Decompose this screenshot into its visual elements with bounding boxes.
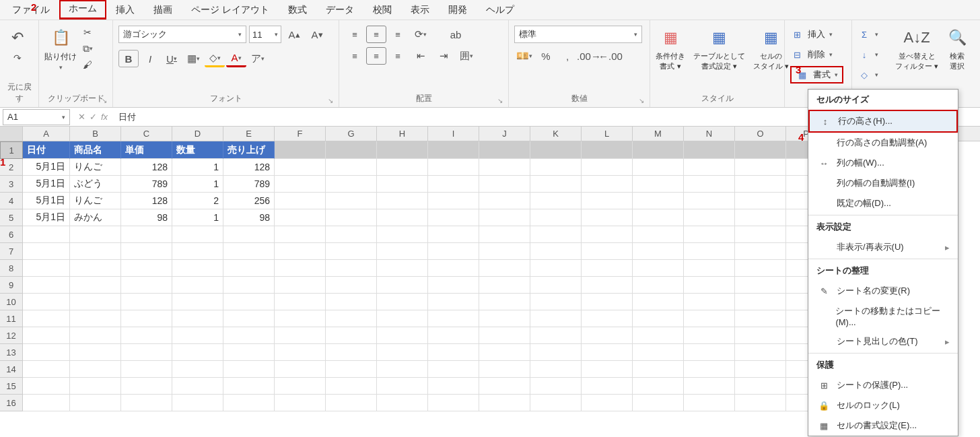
cell-I14[interactable] <box>428 361 479 378</box>
cell-C4[interactable]: 128 <box>121 193 172 209</box>
borders-button[interactable]: ▦ ▾ <box>183 50 203 67</box>
cell-G4[interactable] <box>326 193 377 209</box>
cell-J6[interactable] <box>479 226 530 243</box>
cell-H2[interactable] <box>377 159 428 176</box>
cell-J15[interactable] <box>479 378 530 395</box>
cell-A8[interactable] <box>23 260 70 277</box>
cell-A16[interactable] <box>23 395 70 411</box>
cell-L15[interactable] <box>582 378 633 395</box>
cell-I6[interactable] <box>428 226 479 243</box>
row-header-9[interactable]: 9 <box>0 277 23 294</box>
fill-color-button[interactable]: ◇ ▾ <box>205 50 225 67</box>
increase-indent-icon[interactable]: ⇥ <box>433 47 454 65</box>
menu-開発[interactable]: 開発 <box>439 1 477 19</box>
cell-N4[interactable] <box>684 193 735 209</box>
cell-J7[interactable] <box>479 243 530 260</box>
cell-J4[interactable] <box>479 193 530 209</box>
cell-J1[interactable] <box>479 141 530 159</box>
cell-N8[interactable] <box>684 260 735 277</box>
col-header-D[interactable]: D <box>172 127 223 141</box>
cell-K16[interactable] <box>530 395 582 411</box>
cell-D15[interactable] <box>172 378 223 395</box>
cell-M6[interactable] <box>633 226 684 243</box>
cell-M15[interactable] <box>633 378 684 395</box>
cell-L12[interactable] <box>582 327 633 344</box>
cell-K4[interactable] <box>530 193 582 209</box>
align-left-icon[interactable]: ≡ <box>345 47 365 65</box>
cell-M4[interactable] <box>633 193 684 209</box>
cell-K10[interactable] <box>530 294 582 310</box>
cell-K8[interactable] <box>530 260 582 277</box>
cell-I7[interactable] <box>428 243 479 260</box>
cell-M14[interactable] <box>633 361 684 378</box>
cell-E4[interactable]: 256 <box>223 193 275 209</box>
cell-M8[interactable] <box>633 260 684 277</box>
cell-K7[interactable] <box>530 243 582 260</box>
cell-O4[interactable] <box>735 193 786 209</box>
cell-N15[interactable] <box>684 378 735 395</box>
cell-K11[interactable] <box>530 310 582 327</box>
cell-G15[interactable] <box>326 378 377 395</box>
cell-H3[interactable] <box>377 176 428 193</box>
cell-G1[interactable] <box>326 141 377 159</box>
cell-L4[interactable] <box>582 193 633 209</box>
row-header-11[interactable]: 11 <box>0 310 23 327</box>
cell-C2[interactable]: 128 <box>121 159 172 176</box>
cell-styles-button[interactable]: ▦セルの スタイル ▾ <box>753 26 789 71</box>
cell-A3[interactable]: 5月1日 <box>23 176 70 193</box>
cell-B4[interactable]: りんご <box>70 193 121 209</box>
cell-L11[interactable] <box>582 310 633 327</box>
cell-C3[interactable]: 789 <box>121 176 172 193</box>
cell-M11[interactable] <box>633 310 684 327</box>
cell-D6[interactable] <box>172 226 223 243</box>
cell-D1[interactable]: 数量 <box>172 141 223 159</box>
cell-F11[interactable] <box>275 310 326 327</box>
delete-cells-button[interactable]: ⊟削除 ▾ <box>790 46 843 63</box>
cell-O11[interactable] <box>735 310 786 327</box>
cell-F9[interactable] <box>275 277 326 294</box>
clipboard-launcher[interactable]: ↘ <box>102 97 107 104</box>
dd-item[interactable]: 行の高さの自動調整(A) <box>808 133 958 153</box>
cell-K14[interactable] <box>530 361 582 378</box>
cell-O8[interactable] <box>735 260 786 277</box>
decrease-font-icon[interactable]: A▾ <box>307 26 327 43</box>
cell-D10[interactable] <box>172 294 223 310</box>
cell-K13[interactable] <box>530 344 582 361</box>
select-all-corner[interactable] <box>0 127 23 141</box>
cell-A10[interactable] <box>23 294 70 310</box>
cell-N12[interactable] <box>684 327 735 344</box>
cell-F15[interactable] <box>275 378 326 395</box>
col-header-O[interactable]: O <box>735 127 786 141</box>
fill-button[interactable]: ↓▾ <box>858 46 878 63</box>
cell-J12[interactable] <box>479 327 530 344</box>
cell-L2[interactable] <box>582 159 633 176</box>
cell-H16[interactable] <box>377 395 428 411</box>
row-header-4[interactable]: 4 <box>0 193 23 209</box>
cell-H7[interactable] <box>377 243 428 260</box>
cell-I4[interactable] <box>428 193 479 209</box>
cell-F1[interactable] <box>275 141 326 159</box>
menu-描画[interactable]: 描画 <box>144 1 182 19</box>
cell-D13[interactable] <box>172 344 223 361</box>
cell-A6[interactable] <box>23 226 70 243</box>
cell-N16[interactable] <box>684 395 735 411</box>
cell-C11[interactable] <box>121 310 172 327</box>
col-header-C[interactable]: C <box>121 127 172 141</box>
cell-F16[interactable] <box>275 395 326 411</box>
cell-L7[interactable] <box>582 243 633 260</box>
row-header-15[interactable]: 15 <box>0 378 23 395</box>
cell-H14[interactable] <box>377 361 428 378</box>
fx-icon[interactable]: fx <box>101 112 108 122</box>
cell-N9[interactable] <box>684 277 735 294</box>
cell-I8[interactable] <box>428 260 479 277</box>
insert-cells-button[interactable]: ⊞挿入 ▾ <box>790 26 843 43</box>
cell-B15[interactable] <box>70 378 121 395</box>
cell-E12[interactable] <box>223 327 275 344</box>
cell-H12[interactable] <box>377 327 428 344</box>
dd-item[interactable]: ↕行の高さ(H)... <box>808 110 958 133</box>
menu-校閲[interactable]: 校閲 <box>363 1 401 19</box>
row-header-7[interactable]: 7 <box>0 243 23 260</box>
cell-O15[interactable] <box>735 378 786 395</box>
orientation-button[interactable]: ⟳ ▾ <box>411 26 431 43</box>
cell-D9[interactable] <box>172 277 223 294</box>
